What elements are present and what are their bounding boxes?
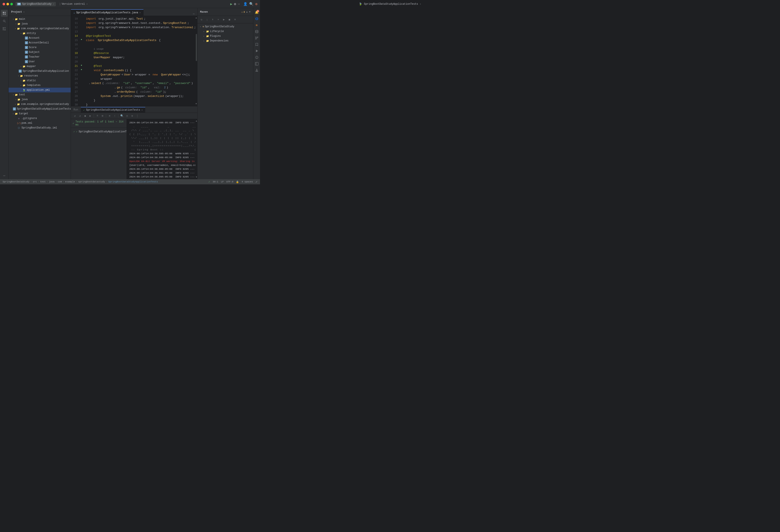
right-icon-maven2[interactable]: m — [254, 23, 259, 28]
editor-tab-main[interactable]: ☕ SpringBootDataStudyApplicationTests.ja… — [71, 9, 144, 16]
tree-item-pom[interactable]: ⟨/⟩ pom.xml — [9, 121, 71, 126]
breadcrumb-item-3[interactable]: test — [40, 181, 46, 183]
sidebar-icon-structure[interactable] — [1, 26, 8, 32]
sidebar-icon-project[interactable] — [1, 10, 8, 17]
right-icon-db[interactable] — [254, 29, 259, 34]
maven-download-all-btn[interactable]: ⬇ — [210, 17, 215, 22]
editor-scrollbar[interactable]: ▲ ▼ — [196, 16, 197, 106]
maven-run-btn[interactable]: ▶ — [222, 17, 226, 22]
tree-item-User[interactable]: C User — [9, 59, 71, 64]
status-encoding[interactable]: UTF-8 — [226, 181, 233, 183]
maven-plugins-item[interactable]: 📁 Plugins — [197, 34, 253, 39]
right-icon-structure2[interactable] — [254, 61, 259, 66]
right-icon-git2[interactable] — [254, 36, 259, 40]
tree-item-gitignore[interactable]: ⊙ .gitignore — [9, 116, 71, 121]
search-results-button[interactable]: 🔍 — [120, 114, 124, 118]
status-line-ending[interactable]: LF — [221, 181, 224, 183]
status-position[interactable]: 30:1 — [213, 181, 218, 183]
console-scroll-up[interactable]: ▲ — [196, 120, 197, 122]
tree-item-Teacher[interactable]: C Teacher — [9, 55, 71, 59]
status-indent[interactable]: 4 spaces — [242, 181, 253, 183]
project-selector[interactable]: SB SpringBootDataStudy ▾ — [15, 2, 56, 6]
more-results-button[interactable]: ⋮ — [135, 114, 140, 118]
sidebar-icon-more[interactable]: ⋯ — [1, 172, 8, 179]
right-icon-git3[interactable] — [254, 68, 259, 72]
right-icon-chat[interactable]: AI — [254, 16, 259, 21]
tree-item-resources[interactable]: resources — [9, 74, 71, 78]
breadcrumb-item-6[interactable]: example — [65, 181, 75, 183]
breadcrumb-item-2[interactable]: src — [33, 181, 37, 183]
stop-button[interactable]: ◼ — [83, 114, 87, 118]
tree-item-Account[interactable]: C Account — [9, 36, 71, 40]
bottom-tab-tests[interactable]: ✓ SpringBootDataStudyApplicationTests ✕ — [81, 107, 145, 112]
tree-item-entity[interactable]: entity — [9, 31, 71, 36]
maven-up-button[interactable]: ▲ — [246, 10, 248, 13]
tree-item-test-com[interactable]: com.example.springbootdatastudy — [9, 102, 71, 107]
code-editor[interactable]: import org.junit.jupiter.api.Test; impor… — [83, 16, 196, 106]
tree-item-main[interactable]: main — [9, 17, 71, 21]
tree-item-templates[interactable]: templates — [9, 83, 71, 88]
right-icon-run2[interactable] — [254, 49, 259, 53]
tree-item-test-java[interactable]: 📁 java — [9, 97, 71, 102]
minimize-button[interactable] — [6, 3, 9, 5]
tree-item-Subject[interactable]: C Subject — [9, 50, 71, 55]
right-icon-todo[interactable] — [254, 55, 259, 60]
maven-refresh-btn[interactable]: ↻ — [199, 17, 204, 22]
status-icon-expand[interactable]: ⤢ — [255, 181, 257, 183]
search-button[interactable]: 🔍 — [249, 2, 253, 6]
debug-button[interactable]: ⚙ — [234, 2, 236, 6]
breadcrumb-item-4[interactable]: java — [49, 181, 54, 183]
maven-project-item[interactable]: m SpringBootDataStudy — [197, 24, 253, 29]
tree-item-mapper[interactable]: mapper — [9, 64, 71, 69]
maximize-button[interactable] — [10, 3, 13, 5]
breadcrumb-item-8[interactable]: SpringBootDataStudyApplicationTests — [108, 181, 158, 183]
tree-item-com-example[interactable]: com.example.springbootdatastudy — [9, 26, 71, 31]
tree-item-target[interactable]: target — [9, 111, 71, 116]
more-run-button[interactable]: ⋯ — [238, 2, 240, 6]
tab-close-button[interactable]: ✕ — [140, 11, 141, 14]
run-button[interactable]: ▶ — [230, 2, 232, 6]
maven-lifecycle-item[interactable]: 📁 Lifecycle — [197, 29, 253, 34]
expand-button[interactable]: ⊞ — [100, 114, 105, 118]
maven-download-btn[interactable]: ↓ — [205, 17, 209, 22]
maven-down-button[interactable]: ▼ — [249, 10, 250, 13]
tree-item-test[interactable]: test — [9, 92, 71, 97]
right-icon-bookmark[interactable] — [254, 42, 259, 47]
settings-button[interactable]: ⚙ — [255, 2, 257, 6]
tree-item-AppTests[interactable]: C SpringBootDataStudyApplicationTests — [9, 107, 71, 111]
console-scroll-down[interactable]: ▼ — [196, 176, 197, 178]
close-button[interactable] — [3, 3, 5, 5]
editor-options-button[interactable]: ⋯ — [193, 12, 195, 16]
test-tab-close[interactable]: ✕ — [141, 109, 143, 111]
console-scrollbar[interactable]: ▲ ▼ — [196, 119, 197, 179]
filter-button[interactable]: ⊗ — [107, 114, 112, 118]
rerun-failed-button[interactable]: ↺ — [78, 114, 82, 118]
sort-button[interactable]: ↕ — [112, 114, 117, 118]
bottom-tab-run[interactable]: Run — [71, 107, 81, 112]
maven-add-btn[interactable]: + — [216, 17, 221, 22]
breadcrumb-item-7[interactable]: springbootdatastudy — [78, 181, 105, 183]
tree-item-Score[interactable]: C Score — [9, 45, 71, 50]
maven-more-btn[interactable]: ≡ — [233, 17, 237, 22]
account-button[interactable]: 👤 — [243, 2, 248, 6]
tree-item-static[interactable]: static — [9, 78, 71, 83]
tree-item-application-yml[interactable]: 🍃 application.yml — [9, 88, 71, 92]
vcs-label[interactable]: Version control ▾ — [62, 3, 88, 6]
rerun-button[interactable]: ↺ — [72, 114, 77, 118]
tree-item-java[interactable]: 📁 java — [9, 21, 71, 26]
pause-button[interactable]: ▶ — [88, 114, 92, 118]
scroll-down-arrow[interactable]: ▼ — [196, 103, 197, 105]
project-panel-dropdown[interactable]: ▾ — [23, 11, 25, 13]
tree-item-iml[interactable]: ⬡ SpringBootDataStudy.iml — [9, 126, 71, 130]
history-button[interactable]: ◷ — [125, 114, 129, 118]
maven-deps-item[interactable]: 📁 Dependencies — [197, 39, 253, 43]
right-icon-notification[interactable]: 🔔 1 — [254, 10, 259, 15]
settings-results-button[interactable]: ⚙ — [130, 114, 134, 118]
toggle-tree-button[interactable]: ≡ — [95, 114, 99, 118]
tree-item-SpringBootDataStudyApplication[interactable]: C SpringBootDataStudyApplication — [9, 69, 71, 74]
test-result-item-1[interactable]: ✓ ✓ SpringBootDataStudyApplicationTr… 31… — [71, 128, 127, 136]
console-panel[interactable]: 2024-06-14T14:04:38.486-05:00 INFO 8205 … — [127, 119, 196, 179]
sidebar-icon-search[interactable] — [1, 17, 8, 25]
breadcrumb-item-5[interactable]: com — [58, 181, 62, 183]
breadcrumb-item-1[interactable]: SpringBootDataStudy — [3, 181, 30, 183]
